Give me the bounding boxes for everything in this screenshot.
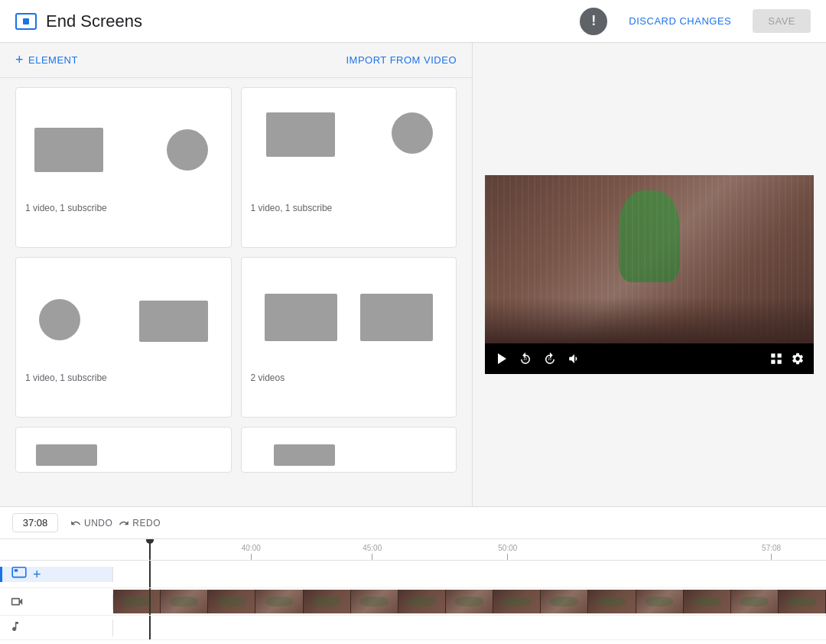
timeline-section: 37:08 UNDO REDO 40:00 45:00 [0,506,826,644]
ruler-mark-1: 40:00 [242,544,261,560]
template-card-3[interactable]: 1 video, 1 subscribe [15,257,232,418]
template-video2-shape [360,294,433,341]
end-screen-track-header: + [0,567,113,582]
audio-track-playhead [149,616,151,639]
template-preview-6 [251,437,447,473]
video-track [0,588,826,616]
track-playhead [149,561,151,587]
film-frame-11 [588,590,636,613]
add-element-button[interactable]: + ELEMENT [15,52,78,68]
end-screen-track: + [0,561,826,588]
template-video-shape [139,301,208,342]
undo-button[interactable]: UNDO [70,518,112,529]
video-thumbnail [485,175,814,343]
template-subscribe-shape [39,299,80,340]
header-left: End Screens [15,11,142,31]
template-card-1[interactable]: 1 video, 1 subscribe [15,87,232,248]
template-preview-2 [251,97,447,197]
film-frame-6 [351,590,398,613]
template-preview-1 [25,97,222,197]
film-frame-9 [493,590,541,613]
ruler-marks: 40:00 45:00 50:00 57:08 [113,539,826,560]
import-from-video-button[interactable]: IMPORT FROM VIDEO [346,54,457,66]
template-video-shape [266,112,335,157]
end-screen-track-icon [11,567,27,582]
current-time-display: 37:08 [12,513,58,532]
play-button[interactable] [494,351,509,366]
film-frame-10 [541,590,588,613]
timeline-tracks: + [0,561,826,644]
film-frame-2 [161,590,208,613]
video-track-content [113,588,826,615]
ruler-mark-3: 50:00 [498,544,517,560]
svg-rect-4 [15,569,18,571]
timeline-toolbar: 37:08 UNDO REDO [0,507,826,539]
svg-rect-3 [12,567,26,577]
templates-grid: 1 video, 1 subscribe 1 video, 1 subscrib… [0,78,472,506]
video-track-playhead [149,588,151,615]
svg-marker-0 [498,353,506,364]
video-track-header [0,594,113,610]
redo-button[interactable]: REDO [119,518,161,529]
camera-icon [9,594,24,610]
music-icon [9,620,21,636]
discard-changes-button[interactable]: DISCARD CHANGES [620,9,740,33]
undo-redo-group: UNDO REDO [70,518,161,529]
svg-text:10: 10 [548,357,552,361]
template-subscribe-shape [167,129,208,171]
film-frame-1 [113,590,161,613]
template-label-3: 1 video, 1 subscribe [25,372,222,383]
audio-track-header [0,620,113,636]
template-preview-3 [25,267,222,366]
save-button[interactable]: SAVE [753,9,811,33]
film-frame-8 [446,590,493,613]
alert-icon: ! [580,8,607,35]
template-shape [36,444,97,466]
panel-toolbar: + ELEMENT IMPORT FROM VIDEO [0,43,472,78]
audio-track-content [113,616,826,639]
ruler-mark-4: 57:08 [762,544,781,560]
playhead[interactable] [149,539,151,560]
filmstrip [113,590,826,613]
template-video-shape [34,128,103,172]
end-screens-icon [15,13,37,30]
template-card-5[interactable] [15,427,232,473]
film-frame-3 [208,590,255,613]
rewind-10-button[interactable]: 10 [517,350,534,367]
svg-text:10: 10 [523,357,528,361]
end-screen-add-button[interactable]: + [33,568,41,581]
film-frame-7 [398,590,446,613]
film-frame-12 [636,590,684,613]
plus-icon: + [15,52,24,68]
film-frame-5 [304,590,351,613]
template-subscribe-shape [392,112,433,154]
template-preview-5 [25,437,222,473]
left-panel: + ELEMENT IMPORT FROM VIDEO 1 video, 1 s… [0,43,473,506]
grid-button[interactable] [769,352,783,366]
scanlines-overlay [485,175,814,343]
video-controls: 10 10 [485,343,814,374]
template-label-2: 1 video, 1 subscribe [251,203,447,213]
film-frame-13 [684,590,731,613]
template-video1-shape [265,294,337,341]
template-card-4[interactable]: 2 videos [241,257,457,418]
timeline-ruler: 40:00 45:00 50:00 57:08 [0,539,826,561]
forward-10-button[interactable]: 10 [541,350,558,367]
film-frame-14 [731,590,779,613]
page-title: End Screens [46,11,142,31]
template-card-6[interactable] [241,427,457,473]
end-screen-track-content [113,561,826,587]
template-shape [274,444,335,466]
main-area: + ELEMENT IMPORT FROM VIDEO 1 video, 1 s… [0,43,826,506]
audio-track [0,616,826,640]
ruler-mark-2: 45:00 [363,544,382,560]
header: End Screens ! DISCARD CHANGES SAVE [0,0,826,43]
template-label-1: 1 video, 1 subscribe [25,203,222,213]
volume-button[interactable] [566,350,583,367]
film-frame-15 [779,590,826,613]
video-player: 10 10 [485,175,814,374]
template-label-4: 2 videos [251,372,447,383]
settings-button[interactable] [791,352,805,366]
template-card-2[interactable]: 1 video, 1 subscribe [241,87,457,248]
template-preview-4 [251,267,447,366]
